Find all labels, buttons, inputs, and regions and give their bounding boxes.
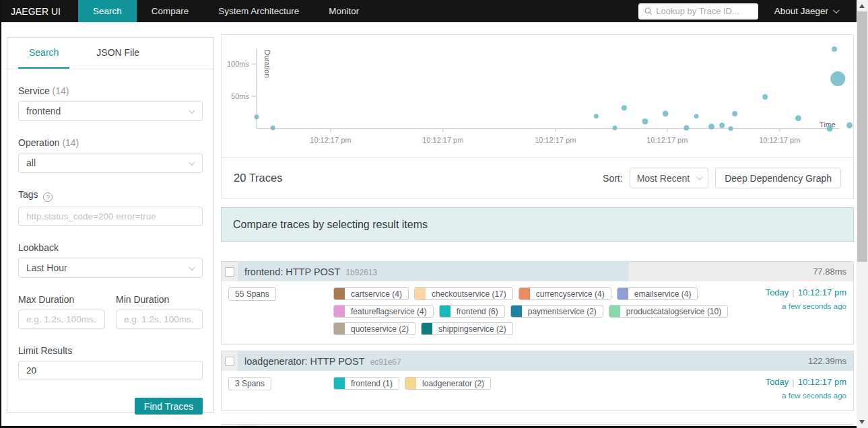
scatter-point[interactable] [642,118,648,124]
nav-item-system-architecture[interactable]: System Architecture [203,0,314,22]
scatter-point[interactable] [612,126,617,131]
service-badge-cartservice-4[interactable]: cartservice (4) [333,287,409,300]
max-duration-field: Max Duration [18,294,105,329]
scatter-point[interactable] [827,126,833,132]
compare-banner: Compare traces by selecting result items [221,207,854,242]
service-badge-checkoutservice-17[interactable]: checkoutservice (17) [414,287,513,300]
scrollbar-up-arrow-icon[interactable] [859,4,865,8]
service-badge-label: quoteservice (2) [345,324,415,334]
scatter-point[interactable] [830,71,845,86]
scatter-point[interactable] [846,122,853,129]
help-icon[interactable]: ? [43,192,53,202]
scatter-point[interactable] [729,127,733,131]
service-badge-quoteservice-2[interactable]: quoteservice (2) [333,322,415,335]
service-badge-currencyservice-4[interactable]: currencyservice (4) [519,287,611,300]
scatter-point[interactable] [832,46,837,52]
search-sidebar: SearchJSON File Service (14) frontend Op… [7,37,214,413]
service-badge-emailservice-4[interactable]: emailservice (4) [617,287,698,300]
service-select-value: frontend [26,106,189,116]
service-badge-featureflagservice-4[interactable]: featureflagservice (4) [333,305,434,318]
service-badge-label: currencyservice (4) [530,289,611,299]
vertical-scrollbar[interactable] [857,0,868,428]
service-badge-label: emailservice (4) [628,289,698,299]
min-duration-input[interactable] [116,310,203,329]
y-tick-label: 100ms [227,60,250,68]
scatter-point[interactable] [719,122,725,128]
about-jaeger-menu[interactable]: About Jaeger [774,6,838,16]
sort-select-value: Most Recent [637,173,690,184]
scatter-point[interactable] [255,114,259,119]
scrollbar-down-arrow-icon[interactable] [859,420,865,424]
scatter-point[interactable] [762,94,768,100]
nav-item-search[interactable]: Search [78,0,137,22]
span-count-badge: 55 Spans [228,287,276,301]
tags-input[interactable] [18,207,203,226]
top-nav: JAEGER UI SearchCompareSystem Architectu… [0,0,857,22]
deep-dependency-graph-button[interactable]: Deep Dependency Graph [715,168,841,188]
sidebar-tabs: SearchJSON File [7,38,213,69]
main-column: 50ms100ms10:12:17 pm10:12:17 pm10:12:17 … [221,34,854,428]
trace-date-line: Today|10:12:17 pm [733,287,846,298]
nav-item-monitor[interactable]: Monitor [314,0,374,22]
trace-header[interactable]: frontend: HTTP POST1b9261377.88ms [222,262,853,281]
trace-date-link[interactable]: Today [766,377,789,387]
scatter-plot: 50ms100ms10:12:17 pm10:12:17 pm10:12:17 … [222,35,855,157]
service-select[interactable]: frontend [18,101,203,121]
nav-item-compare[interactable]: Compare [137,0,204,22]
trace-time-link[interactable]: 10:12:17 pm [798,287,846,297]
find-traces-button[interactable]: Find Traces [135,398,203,415]
service-badges: cartservice (4)checkoutservice (17)curre… [333,287,733,335]
trace-title: loadgenerator: HTTP POSTec91e67 [244,356,401,367]
x-tick-label: 10:12:17 pm [535,136,576,144]
limit-input[interactable] [18,361,203,380]
scatter-point[interactable] [708,124,714,130]
service-badge-label: paymentservice (2) [522,307,603,316]
scatter-point[interactable] [663,110,669,116]
trace-lookup-input[interactable] [656,6,752,16]
trace-date-link[interactable]: Today [766,287,789,297]
service-badge-frontend-1[interactable]: frontend (1) [333,377,399,390]
operation-select[interactable]: all [18,153,203,173]
service-badge-paymentservice-2[interactable]: paymentservice (2) [510,305,603,318]
service-color-swatch [334,378,345,389]
service-badge-label: shippingservice (2) [432,324,512,334]
scatter-point[interactable] [271,126,275,131]
chevron-down-icon [189,264,195,271]
trace-checkbox[interactable] [225,357,234,366]
trace-header[interactable]: loadgenerator: HTTP POSTec91e67122.39ms [222,351,853,371]
find-row: Find Traces [18,398,203,415]
scatter-point[interactable] [795,115,801,121]
max-duration-input[interactable] [18,310,105,329]
trace-id: 1b92613 [345,268,377,277]
trace-date-line: Today|10:12:17 pm [733,377,846,388]
x-tick-label: 10:12:17 pm [422,136,463,144]
scatter-point[interactable] [594,114,599,118]
service-color-swatch [334,306,345,317]
lookback-select[interactable]: Last Hour [18,258,203,278]
trace-checkbox[interactable] [225,267,234,277]
sidebar-tab-search[interactable]: Search [18,38,69,69]
trace-ago: a few seconds ago [733,301,846,311]
service-badge-productcatalogservice-10[interactable]: productcatalogservice (10) [609,305,728,318]
scatter-point[interactable] [732,111,737,116]
scatter-point[interactable] [694,114,699,118]
service-badge-label: productcatalogservice (10) [620,307,727,316]
service-badge-frontend-6[interactable]: frontend (6) [439,305,505,318]
scatter-point[interactable] [622,105,627,110]
app-brand: JAEGER UI [0,0,78,22]
about-jaeger-label: About Jaeger [774,6,828,16]
lookback-select-value: Last Hour [26,262,189,273]
sidebar-tab-json-file[interactable]: JSON File [86,38,150,69]
scatter-point[interactable] [683,125,689,131]
trace-duration: 122.39ms [808,356,846,366]
trace-id: ec91e67 [370,357,401,367]
service-color-swatch [609,306,620,317]
service-badges: frontend (1)loadgenerator (2) [333,377,733,390]
trace-lookup-box[interactable] [638,3,758,20]
service-badge-shippingservice-2[interactable]: shippingservice (2) [421,322,513,335]
scrollbar-thumb[interactable] [857,11,867,262]
sort-select[interactable]: Most Recent [630,168,709,188]
trace-time-link[interactable]: 10:12:17 pm [798,377,846,387]
trace-dates: Today|10:12:17 pma few seconds ago [733,377,846,401]
service-badge-loadgenerator-2[interactable]: loadgenerator (2) [405,377,491,390]
